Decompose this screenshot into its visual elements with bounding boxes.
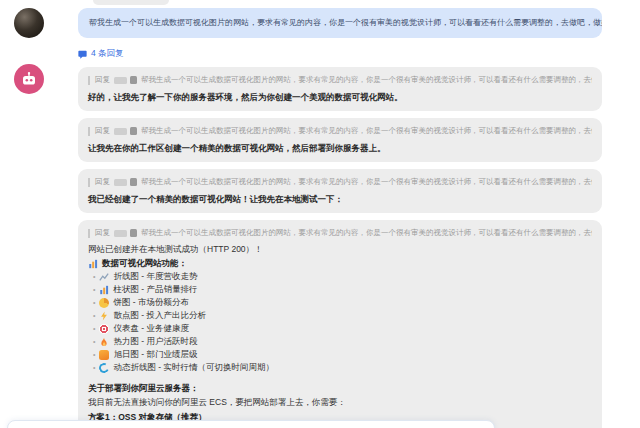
speech-bubble-icon	[78, 50, 87, 59]
bot-reply-text: 让我先在你的工作区创建一个精美的数据可视化网站，然后部署到你服务器上。	[88, 142, 592, 154]
feature-item: • 旭日图 - 部门业绩层级	[93, 349, 592, 360]
feature-label: 动态折线图 - 实时行情（可切换时间周期）	[113, 362, 274, 373]
quote-label: 回复	[95, 177, 110, 187]
bot-message-bubble-final: 回复 帮我生成一个可以生成数据可视化图片的网站，要求有常见的内容，你是一个很有审…	[78, 220, 602, 428]
feature-label: 散点图 - 投入产出比分析	[113, 310, 206, 321]
bot-avatar[interactable]	[14, 64, 44, 94]
message-column: 帮我生成一个可以生成数据可视化图片的网站，要求有常见的内容，你是一个很有审美的视…	[78, 8, 624, 428]
feature-item: • 仪表盘 - 业务健康度	[93, 323, 592, 334]
quoted-message[interactable]: 回复 帮我生成一个可以生成数据可视化图片的网站，要求有常见的内容，你是一个很有审…	[88, 126, 592, 136]
bot-reply-text: 好的，让我先了解一下你的服务器环境，然后为你创建一个美观的数据可视化网站。	[88, 91, 592, 103]
flame-icon	[99, 337, 109, 347]
bot-message-bubble: 回复 帮我生成一个可以生成数据可视化图片的网站，要求有常见的内容，你是一个很有审…	[78, 67, 602, 111]
feature-label: 旭日图 - 部门业绩层级	[113, 349, 197, 360]
bullet: •	[93, 336, 95, 347]
quoted-message[interactable]: 回复 帮我生成一个可以生成数据可视化图片的网站，要求有常见的内容，你是一个很有审…	[88, 177, 592, 187]
feature-label: 柱状图 - 产品销量排行	[113, 284, 197, 295]
sunburst-icon	[99, 350, 109, 360]
user-avatar[interactable]	[14, 8, 44, 38]
gauge-target-icon	[99, 324, 109, 334]
line-chart-icon	[99, 272, 109, 282]
bot-message-bubble: 回复 帮我生成一个可以生成数据可视化图片的网站，要求有常见的内容，你是一个很有审…	[78, 118, 602, 162]
quoted-user-badge-redacted	[130, 76, 137, 84]
quote-bar	[88, 127, 90, 136]
robot-icon	[20, 70, 38, 88]
quote-label: 回复	[95, 228, 110, 238]
bullet: •	[93, 284, 95, 295]
previous-message-fragment	[93, 0, 169, 5]
quoted-user-name-redacted	[114, 128, 127, 135]
bullet: •	[93, 297, 95, 308]
quote-text: 帮我生成一个可以生成数据可视化图片的网站，要求有常见的内容，你是一个很有审美的视…	[141, 75, 592, 85]
features-title-row: 数据可视化网站功能：	[88, 258, 592, 269]
features-list: • 折线图 - 年度营收走势 • 柱状图 - 产品销量排行 • 饼图 - 市场份…	[88, 271, 592, 373]
feature-label: 热力图 - 用户活跃时段	[113, 336, 197, 347]
bullet: •	[93, 349, 95, 360]
quote-label: 回复	[95, 75, 110, 85]
reply-editor-panel[interactable]	[7, 420, 495, 428]
feature-item: • 动态折线图 - 实时行情（可切换时间周期）	[93, 362, 592, 373]
chat-thread: 帮我生成一个可以生成数据可视化图片的网站，要求有常见的内容，你是一个很有审美的视…	[0, 0, 640, 428]
quote-text: 帮我生成一个可以生成数据可视化图片的网站，要求有常见的内容，你是一个很有审美的视…	[141, 177, 592, 187]
bullet: •	[93, 362, 95, 373]
quote-bar	[88, 229, 90, 238]
features-title: 数据可视化网站功能：	[102, 258, 187, 269]
replies-link[interactable]: 4 条回复	[78, 48, 124, 60]
quoted-user-badge-redacted	[130, 127, 137, 135]
bullet: •	[93, 310, 95, 321]
status-line: 网站已创建并在本地测试成功（HTTP 200）！	[88, 244, 592, 255]
quote-text: 帮我生成一个可以生成数据可视化图片的网站，要求有常见的内容，你是一个很有审美的视…	[141, 126, 592, 136]
quoted-user-name-redacted	[114, 77, 127, 84]
bullet: •	[93, 323, 95, 334]
feature-label: 仪表盘 - 业务健康度	[113, 323, 189, 334]
feature-item: • 散点图 - 投入产出比分析	[93, 310, 592, 321]
bar-chart-icon	[99, 285, 109, 295]
wave-icon	[98, 361, 111, 374]
deploy-section-title: 关于部署到你阿里云服务器：	[88, 383, 592, 394]
feature-item: • 热力图 - 用户活跃时段	[93, 336, 592, 347]
feature-label: 饼图 - 市场份额分布	[113, 297, 189, 308]
deploy-intro-text: 我目前无法直接访问你的阿里云 ECS，要把网站部署上去，你需要：	[88, 397, 592, 408]
quote-label: 回复	[95, 126, 110, 136]
pie-chart-icon	[99, 298, 109, 308]
quote-bar	[88, 76, 90, 85]
replies-count-label: 4 条回复	[91, 48, 124, 60]
quoted-message[interactable]: 回复 帮我生成一个可以生成数据可视化图片的网站，要求有常见的内容，你是一个很有审…	[88, 228, 592, 238]
feature-item: • 折线图 - 年度营收走势	[93, 271, 592, 282]
bot-reply-text: 我已经创建了一个精美的数据可视化网站！让我先在本地测试一下：	[88, 193, 592, 205]
bullet: •	[93, 271, 95, 282]
quoted-user-badge-redacted	[130, 229, 137, 237]
quote-bar	[88, 178, 90, 187]
bot-message-bubble: 回复 帮我生成一个可以生成数据可视化图片的网站，要求有常见的内容，你是一个很有审…	[78, 169, 602, 213]
quoted-user-name-redacted	[114, 230, 127, 237]
quote-text: 帮我生成一个可以生成数据可视化图片的网站，要求有常见的内容，你是一个很有审美的视…	[141, 228, 592, 238]
quoted-user-badge-redacted	[130, 178, 137, 186]
user-message-text: 帮我生成一个可以生成数据可视化图片的网站，要求有常见的内容，你是一个很有审美的视…	[89, 18, 602, 27]
lightning-icon	[99, 311, 109, 321]
quoted-message[interactable]: 回复 帮我生成一个可以生成数据可视化图片的网站，要求有常见的内容，你是一个很有审…	[88, 75, 592, 85]
quoted-user-name-redacted	[114, 179, 127, 186]
feature-label: 折线图 - 年度营收走势	[113, 271, 197, 282]
feature-item: • 饼图 - 市场份额分布	[93, 297, 592, 308]
bar-chart-icon	[88, 259, 98, 269]
feature-item: • 柱状图 - 产品销量排行	[93, 284, 592, 295]
user-message-bubble: 帮我生成一个可以生成数据可视化图片的网站，要求有常见的内容，你是一个很有审美的视…	[78, 8, 602, 38]
